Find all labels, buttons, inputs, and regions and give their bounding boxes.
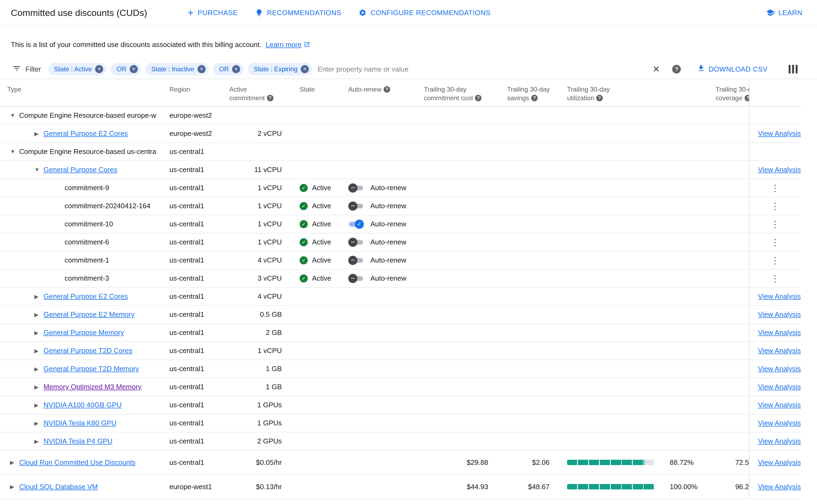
column-header-coverage: Trailing 30-dcoverage? [716, 79, 749, 106]
cud-type-link[interactable]: NVIDIA Tesla P4 GPU [43, 437, 112, 445]
chip-remove-icon[interactable]: ✕ [95, 65, 103, 73]
auto-renew-toggle[interactable]: − [348, 201, 364, 211]
help-icon[interactable]: ? [475, 95, 481, 101]
cud-type-link[interactable]: Cloud SQL Database VM [19, 483, 98, 491]
active-check-icon: ✓ [300, 184, 308, 192]
filter-chip[interactable]: OR✕ [111, 63, 141, 75]
auto-renew-toggle[interactable]: − [348, 274, 364, 283]
help-icon[interactable]: ? [531, 95, 538, 101]
cud-type-link[interactable]: General Purpose E2 Cores [43, 129, 128, 138]
state-label: Active [312, 274, 331, 283]
cud-type-link[interactable]: General Purpose Cores [43, 166, 117, 174]
view-analysis-link[interactable]: View Analysis [758, 419, 801, 427]
cud-type-link[interactable]: NVIDIA Tesla K80 GPU [43, 419, 116, 427]
row-menu-button[interactable]: ⋮ [771, 201, 780, 211]
view-analysis-link[interactable]: View Analysis [758, 437, 801, 445]
expand-row-icon[interactable]: ▶ [32, 130, 43, 137]
region-text: us-central1 [169, 166, 204, 174]
column-header-state: State [287, 79, 348, 106]
chip-remove-icon[interactable]: ✕ [130, 65, 138, 73]
view-analysis-link[interactable]: View Analysis [758, 483, 801, 491]
download-csv-button[interactable]: DOWNLOAD CSV [697, 64, 768, 74]
cud-type-link[interactable]: General Purpose T2D Memory [43, 365, 139, 373]
collapse-row-icon[interactable]: ▼ [7, 149, 19, 155]
view-analysis-link[interactable]: View Analysis [758, 292, 801, 301]
expand-row-icon[interactable]: ▶ [32, 384, 43, 390]
learn-more-link[interactable]: Learn more [266, 41, 310, 49]
view-analysis-link[interactable]: View Analysis [758, 328, 801, 337]
filter-chip-label: State : Expiring [254, 65, 298, 73]
state-label: Active [312, 184, 331, 192]
row-menu-button[interactable]: ⋮ [771, 274, 780, 283]
view-analysis-link[interactable]: View Analysis [758, 310, 801, 319]
cud-type-link[interactable]: Memory Optimized M3 Memory [43, 383, 142, 391]
cud-type-link[interactable]: General Purpose Memory [43, 328, 124, 337]
filter-chip[interactable]: State : Expiring✕ [248, 63, 312, 75]
cud-type-label: commitment-9 [65, 184, 109, 192]
filter-label: Filter [25, 65, 41, 73]
column-header-type: Type [0, 79, 168, 106]
row-menu-button[interactable]: ⋮ [771, 220, 780, 229]
expand-row-icon[interactable]: ▶ [32, 348, 43, 354]
expand-row-icon[interactable]: ▶ [32, 293, 43, 300]
collapse-row-icon[interactable]: ▼ [32, 167, 43, 173]
column-header-label: Region [169, 86, 190, 93]
row-menu-button[interactable]: ⋮ [771, 238, 780, 247]
filter-help-icon[interactable]: ? [672, 65, 681, 73]
view-analysis-link[interactable]: View Analysis [758, 166, 801, 174]
expand-row-icon[interactable]: ▶ [32, 402, 43, 408]
configure-recommendations-button-label: CONFIGURE RECOMMENDATIONS [370, 9, 490, 17]
purchase-button[interactable]: + PURCHASE [187, 9, 237, 17]
expand-row-icon[interactable]: ▶ [7, 459, 19, 466]
help-icon[interactable]: ? [267, 95, 273, 101]
auto-renew-toggle[interactable]: − [348, 183, 364, 193]
view-analysis-link[interactable]: View Analysis [758, 129, 801, 138]
column-header-autorenew: Auto-renew? [348, 79, 424, 106]
cud-type-link[interactable]: General Purpose E2 Memory [43, 310, 135, 319]
filter-chip[interactable]: State : Inactive✕ [145, 63, 209, 75]
cud-type-link[interactable]: NVIDIA A100 40GB GPU [43, 401, 122, 409]
auto-renew-toggle[interactable]: − [348, 256, 364, 265]
chip-remove-icon[interactable]: ✕ [232, 65, 240, 73]
column-display-button[interactable] [789, 65, 798, 73]
filter-input[interactable] [317, 65, 647, 73]
cud-type-link[interactable]: Cloud Run Committed Use Discounts [19, 458, 136, 467]
help-icon[interactable]: ? [384, 86, 390, 93]
column-header-label: Type [7, 86, 21, 93]
filter-bar: Filter State : Active✕OR✕State : Inactiv… [0, 60, 817, 79]
filter-chip[interactable]: State : Active✕ [48, 63, 106, 75]
configure-recommendations-button[interactable]: CONFIGURE RECOMMENDATIONS [359, 9, 490, 17]
cud-type-link[interactable]: General Purpose T2D Cores [43, 347, 132, 355]
commitment-value: 2 GPUs [257, 437, 282, 445]
row-menu-button[interactable]: ⋮ [771, 256, 780, 265]
row-menu-button[interactable]: ⋮ [771, 183, 780, 193]
expand-row-icon[interactable]: ▶ [32, 438, 43, 445]
learn-button[interactable]: LEARN [766, 8, 802, 17]
auto-renew-toggle[interactable]: − [348, 238, 364, 247]
help-icon[interactable]: ? [596, 95, 603, 101]
expand-row-icon[interactable]: ▶ [32, 420, 43, 426]
expand-row-icon[interactable]: ▶ [32, 330, 43, 336]
region-text: us-central1 [169, 437, 204, 445]
view-analysis-link[interactable]: View Analysis [758, 365, 801, 373]
expand-row-icon[interactable]: ▶ [32, 311, 43, 318]
filter-label-group[interactable]: Filter [12, 64, 41, 75]
table-row: ▼General Purpose Coresus-central111 vCPU… [0, 161, 801, 179]
cud-type-link[interactable]: General Purpose E2 Cores [43, 292, 128, 301]
chip-remove-icon[interactable]: ✕ [301, 65, 309, 73]
chip-remove-icon[interactable]: ✕ [197, 65, 206, 73]
help-icon[interactable]: ? [745, 95, 749, 101]
expand-row-icon[interactable]: ▶ [32, 366, 43, 372]
download-csv-label: DOWNLOAD CSV [708, 65, 768, 73]
collapse-row-icon[interactable]: ▼ [7, 112, 19, 119]
recommendations-button[interactable]: RECOMMENDATIONS [255, 9, 341, 17]
auto-renew-toggle[interactable]: ✓ [348, 220, 364, 229]
filter-chip[interactable]: OR✕ [213, 63, 243, 75]
view-analysis-link[interactable]: View Analysis [758, 458, 801, 467]
expand-row-icon[interactable]: ▶ [7, 483, 19, 490]
clear-filters-button[interactable]: ✕ [653, 64, 660, 74]
region-text: us-central1 [169, 202, 204, 210]
view-analysis-link[interactable]: View Analysis [758, 347, 801, 355]
view-analysis-link[interactable]: View Analysis [758, 401, 801, 409]
view-analysis-link[interactable]: View Analysis [758, 383, 801, 391]
